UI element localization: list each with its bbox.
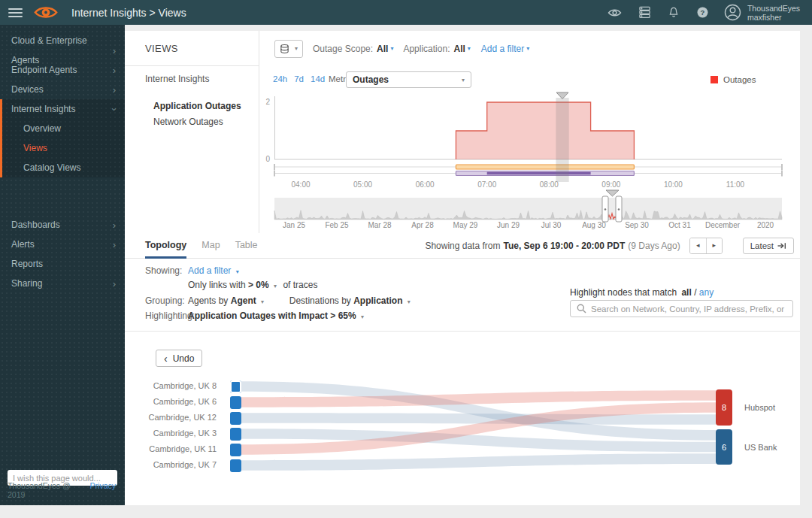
sidebar-item-label: Devices bbox=[11, 80, 113, 99]
match-any-toggle[interactable]: any bbox=[699, 287, 714, 298]
range-14d[interactable]: 14d bbox=[311, 74, 325, 83]
sankey-node-cambridge-uk-3[interactable] bbox=[230, 428, 241, 441]
sidebar-item-label: Overview bbox=[23, 119, 61, 138]
latest-button[interactable]: Latest bbox=[743, 238, 794, 254]
server-status-icon[interactable] bbox=[638, 6, 651, 19]
prev-interval-button[interactable]: ◂ bbox=[690, 238, 706, 253]
range-24h[interactable]: 24h bbox=[273, 74, 287, 83]
chevron-down-icon: ▾ bbox=[468, 45, 471, 52]
showing-filter-label: Showing: bbox=[145, 265, 182, 277]
sankey-node-us-bank[interactable]: 6 bbox=[716, 429, 732, 465]
sankey-source-label: Cambridge, UK 12 bbox=[125, 413, 217, 422]
sidebar-item-alerts[interactable]: Alerts› bbox=[2, 235, 125, 254]
svg-text:2020: 2020 bbox=[757, 221, 774, 229]
notifications-bell-icon[interactable] bbox=[668, 6, 680, 19]
views-items: Application OutagesNetwork Outages bbox=[125, 101, 259, 127]
help-icon[interactable]: ? bbox=[696, 6, 709, 19]
sankey-node-cambridge-uk-12[interactable] bbox=[230, 412, 241, 425]
chevron-down-icon: ▾ bbox=[261, 298, 264, 305]
sidebar-item-cloud-enterprise-agents[interactable]: Cloud & Enterprise Agents› bbox=[2, 41, 125, 60]
time-range-links: 24h7d14d bbox=[273, 74, 332, 83]
outages-timeline-chart[interactable]: 2004:0005:0006:0007:0008:0009:0010:0011:… bbox=[259, 91, 800, 234]
add-filter-link[interactable]: Add a filter bbox=[481, 44, 524, 54]
sankey-target-label: Hubspot bbox=[744, 403, 775, 412]
metric-select[interactable]: Outages ▾ bbox=[346, 71, 471, 88]
sankey-node-cambridge-uk-6[interactable] bbox=[230, 396, 241, 409]
application-filter-value[interactable]: All bbox=[453, 44, 465, 54]
sidebar-item-sharing[interactable]: Sharing› bbox=[2, 274, 125, 293]
svg-text:0: 0 bbox=[265, 155, 270, 163]
chevron-right-icon: › bbox=[113, 65, 116, 75]
agents-grouping-dropdown[interactable]: Agent bbox=[231, 295, 256, 306]
topbar-actions: ? ThousandEyes maxfisher bbox=[591, 4, 800, 22]
sidebar-item-catalog-views[interactable]: Catalog Views bbox=[2, 158, 125, 177]
match-all-toggle[interactable]: all bbox=[681, 287, 691, 298]
sankey-node-cambridge-uk-8[interactable] bbox=[230, 380, 241, 393]
sidebar-item-views[interactable]: Views bbox=[2, 138, 125, 158]
svg-text:December: December bbox=[705, 221, 741, 229]
showing-prefix: Showing data from bbox=[425, 241, 500, 251]
sidebar-item-label: Endpoint Agents bbox=[11, 60, 113, 80]
sidebar-item-devices[interactable]: Devices› bbox=[2, 80, 125, 99]
views-item-application-outages[interactable]: Application Outages bbox=[125, 101, 259, 111]
sankey-node-hubspot[interactable]: 8 bbox=[716, 389, 732, 426]
svg-text:Aug 30: Aug 30 bbox=[582, 221, 606, 229]
tab-table[interactable]: Table bbox=[235, 233, 258, 259]
chevron-right-icon: › bbox=[113, 46, 116, 56]
node-search-box[interactable] bbox=[570, 300, 793, 317]
tab-map[interactable]: Map bbox=[201, 233, 220, 259]
views-item-network-outages[interactable]: Network Outages bbox=[125, 117, 259, 127]
svg-text:08:00: 08:00 bbox=[540, 180, 559, 189]
sankey-flow-cambridge-uk-7-to-us-bank[interactable] bbox=[241, 453, 716, 470]
sidebar-item-internet-insights[interactable]: Internet Insights› bbox=[2, 99, 125, 119]
sidebar-item-overview[interactable]: Overview bbox=[2, 119, 125, 138]
avatar-icon bbox=[724, 4, 741, 21]
sidebar-item-label: Catalog Views bbox=[23, 158, 81, 177]
sidebar-item-reports[interactable]: Reports bbox=[2, 254, 125, 274]
tabs: TopologyMapTable bbox=[145, 233, 273, 259]
links-threshold-dropdown[interactable]: > 0% bbox=[248, 280, 269, 290]
sank-node-count: 8 bbox=[722, 403, 726, 412]
user-menu[interactable]: ThousandEyes maxfisher bbox=[724, 4, 800, 22]
sidebar-item-dashboards[interactable]: Dashboards› bbox=[2, 215, 125, 235]
selected-window-band bbox=[556, 98, 568, 182]
hamburger-menu-icon[interactable] bbox=[8, 6, 23, 20]
sankey-flow-cambridge-uk-12-to-hubspot[interactable] bbox=[241, 413, 716, 425]
sankey-node-cambridge-uk-7[interactable] bbox=[230, 459, 241, 472]
sidebar-item-endpoint-agents[interactable]: Endpoint Agents› bbox=[2, 60, 125, 80]
svg-text:06:00: 06:00 bbox=[416, 180, 435, 189]
legend-label: Outages bbox=[723, 75, 756, 84]
highlighting-row: Application Outages with Impact > 65% ▾ bbox=[188, 310, 368, 322]
chart-legend: Outages bbox=[710, 75, 756, 84]
undo-button[interactable]: ‹ Undo bbox=[156, 350, 202, 367]
sidebar-item-label: Internet Insights bbox=[11, 99, 113, 119]
showing-filter-row: Add a filter ▾ bbox=[188, 265, 243, 277]
highlighting-dropdown[interactable]: Application Outages with Impact > 65% bbox=[188, 310, 356, 321]
application-filter-label: Application: bbox=[403, 44, 450, 54]
chevron-down-icon: ▾ bbox=[361, 314, 364, 320]
range-7d[interactable]: 7d bbox=[294, 74, 304, 83]
outage-scope-value[interactable]: All bbox=[377, 44, 388, 54]
legend-swatch-outages bbox=[710, 76, 718, 83]
data-source-dropdown[interactable]: ▾ bbox=[274, 40, 303, 58]
sidebar-section: Endpoint Agents› bbox=[0, 60, 125, 80]
thousandeyes-logo-icon[interactable] bbox=[33, 4, 59, 21]
search-input[interactable] bbox=[591, 304, 786, 314]
destinations-grouping-dropdown[interactable]: Application bbox=[353, 295, 402, 306]
privacy-link[interactable]: Privacy bbox=[90, 481, 116, 499]
sidebar-footer: ThousandEyes @ 2019 Privacy bbox=[8, 481, 116, 499]
sidebar-section: Devices› bbox=[0, 80, 125, 99]
chevron-down-icon: › bbox=[109, 108, 119, 111]
chevron-down-icon: ▾ bbox=[408, 298, 411, 305]
highlight-match-row: Highlight nodes that match all / any bbox=[570, 287, 714, 298]
sidebar-section: Reports bbox=[0, 254, 125, 274]
visibility-eye-icon[interactable] bbox=[607, 8, 622, 18]
tab-topology[interactable]: Topology bbox=[145, 233, 186, 259]
svg-text:07:00: 07:00 bbox=[477, 180, 496, 189]
svg-text:Mar 28: Mar 28 bbox=[368, 221, 392, 229]
sidebar-section: Sharing› bbox=[0, 274, 125, 293]
topology-add-filter-link[interactable]: Add a filter bbox=[188, 265, 231, 276]
next-interval-button[interactable]: ▸ bbox=[706, 238, 722, 253]
sidebar-nav: Cloud & Enterprise Agents›Endpoint Agent… bbox=[0, 25, 125, 293]
sankey-node-cambridge-uk-11[interactable] bbox=[230, 444, 241, 456]
